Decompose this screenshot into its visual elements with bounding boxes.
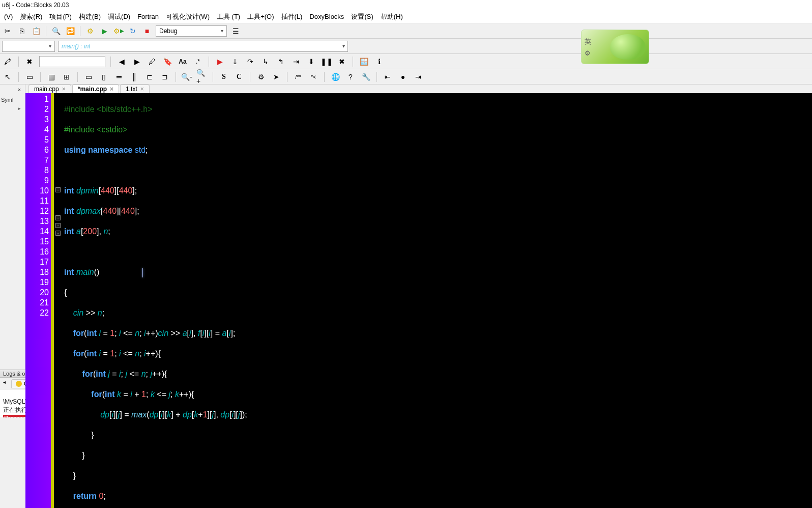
close-icon[interactable]: × [16,87,23,94]
menu-plugins[interactable]: 插件(L) [278,11,306,22]
ime-widget[interactable]: 英 ⚙ [581,30,649,64]
fold-toggle[interactable]: - [55,187,61,192]
debug-start-icon[interactable]: ▶ [214,56,225,67]
tab-main-cpp-modified[interactable]: *main.cpp × [72,84,119,93]
menu-search[interactable]: 搜索(R) [17,11,45,22]
break-debug-icon[interactable]: ❚❚ [321,56,332,67]
chevron-down-icon: ▾ [342,43,344,49]
comment-line-icon[interactable]: *< [308,71,319,82]
vbox-icon[interactable]: ▯ [98,71,109,82]
select-target-icon[interactable]: ☰ [230,25,241,37]
pointer-icon[interactable]: ↖ [2,71,13,82]
fold-toggle[interactable]: - [55,215,61,220]
s-icon[interactable]: S [218,71,229,82]
paste-icon[interactable]: 📋 [31,25,42,37]
abort-icon[interactable]: ■ [141,25,153,37]
menu-settings[interactable]: 设置(S) [348,11,376,22]
gear2-icon[interactable]: ⚙ [255,71,267,82]
grid-icon[interactable]: ▦ [46,71,57,82]
copy-icon[interactable]: ⎘ [16,25,27,37]
cut-icon[interactable]: ✂ [2,25,13,37]
comment-block-icon[interactable]: /** [293,71,304,82]
close-icon[interactable]: × [62,86,66,93]
highlight-icon[interactable]: 🖍 [2,56,13,67]
menu-doxyblocks[interactable]: DoxyBlocks [306,12,347,21]
toolbar-main: ✂ ⎘ 📋 🔍 🔁 ⚙ ▶ ⚙▶ ↻ ■ Debug ▾ ☰ [0,23,812,39]
into-instr-icon[interactable]: ⬇ [306,56,317,67]
jump-rec-icon[interactable]: ● [397,71,409,82]
jump-back-icon[interactable]: ⇤ [382,71,393,82]
code-body[interactable]: #include <bits/stdc++.h> #include <cstdi… [62,93,812,508]
frame-icon[interactable]: ▭ [24,71,35,82]
menu-debug[interactable]: 调试(D) [105,11,133,22]
title-text: u6] - Code::Blocks 20.03 [2,2,69,9]
menu-toolsplus[interactable]: 工具+(O) [244,11,277,22]
tab-main-cpp[interactable]: main.cpp × [28,84,71,93]
find-icon[interactable]: 🔍 [50,25,62,37]
prev-icon[interactable]: ◀ [116,56,127,67]
next-icon[interactable]: ▶ [131,56,142,67]
next-instr-icon[interactable]: ⇥ [291,56,302,67]
menu-fortran[interactable]: Fortran [134,12,162,21]
step-out-icon[interactable]: ↰ [275,56,286,67]
editor-tabs: main.cpp × *main.cpp × 1.txt × [25,84,812,93]
case-icon[interactable]: Aa [177,56,188,67]
debug-windows-icon[interactable]: 🪟 [358,56,369,67]
run-to-cursor-icon[interactable]: ⤓ [229,56,241,67]
rebuild-icon[interactable]: ↻ [127,25,138,37]
chevron-down-icon: ▾ [221,28,223,34]
menu-build[interactable]: 构建(B) [76,11,104,22]
line-gutter: 1234 5678 9101112 13141516 17181920 2122 [25,93,51,508]
regex-icon[interactable]: .* [192,56,204,67]
tab-1-txt[interactable]: 1.txt × [120,84,150,93]
vlayout-icon[interactable]: ║ [129,71,140,82]
run-icon[interactable]: ▶ [99,25,110,37]
gear-icon[interactable]: ⚙ [585,49,591,57]
stop-debug-icon[interactable]: ✖ [336,56,347,67]
c-icon[interactable]: C [234,71,245,82]
scope-combo[interactable]: ▾ [2,41,55,52]
close-icon[interactable]: × [110,86,113,93]
jump-fwd-icon[interactable]: ⇥ [413,71,424,82]
menu-project[interactable]: 项目(P) [46,11,74,22]
close-icon[interactable]: × [140,86,144,93]
menu-view[interactable]: (V) [1,12,16,21]
menu-wxsmith[interactable]: 可视化设计(W) [163,11,213,22]
search-input[interactable] [39,56,105,67]
fold-toggle[interactable]: - [55,231,61,236]
menubar: (V) 搜索(R) 项目(P) 构建(B) 调试(D) Fortran 可视化设… [0,10,812,23]
build-target-combo[interactable]: Debug ▾ [156,25,227,37]
highlight2-icon[interactable]: 🖊 [147,56,158,67]
tab-icon[interactable]: ⊏ [144,71,155,82]
symbols-tab-label[interactable]: Syml [0,94,25,106]
tab-label: main.cpp [34,86,59,93]
toolbar-misc: ↖ ▭ ▦ ⊞ ▭ ▯ ═ ║ ⊏ ⊐ 🔍- 🔍+ S C ⚙ ➤ /** *<… [0,69,812,84]
fold-toggle[interactable]: - [55,223,61,228]
function-combo[interactable]: main() : int ▾ [58,41,348,52]
bulb-icon [16,381,22,387]
arrow-icon[interactable]: ➤ [271,71,282,82]
globe-icon[interactable]: 🌐 [330,71,341,82]
bookmark-icon[interactable]: 🔖 [162,56,173,67]
zoom-in-icon[interactable]: 🔍+ [196,71,208,82]
step-over-icon[interactable]: ↷ [245,56,256,67]
wrench-icon[interactable]: 🔧 [360,71,371,82]
hlayout-icon[interactable]: ═ [113,71,125,82]
code-editor[interactable]: 1234 5678 9101112 13141516 17181920 2122… [25,93,812,508]
logs-scroll-left[interactable]: ◂ [3,379,10,388]
build-icon[interactable]: ⚙ [84,25,96,37]
step-into-icon[interactable]: ↳ [260,56,271,67]
zoom-out-icon[interactable]: 🔍- [181,71,192,82]
clear-icon[interactable]: ✖ [24,56,35,67]
info-icon[interactable]: ℹ [373,56,385,67]
build-run-icon[interactable]: ⚙▶ [113,25,124,37]
table-icon[interactable]: ⊞ [61,71,72,82]
chevron-right-icon[interactable]: ▸ [0,106,25,111]
menu-help[interactable]: 帮助(H) [378,11,406,22]
replace-icon[interactable]: 🔁 [65,25,76,37]
hbox-icon[interactable]: ▭ [83,71,94,82]
tab2-icon[interactable]: ⊐ [159,71,170,82]
help-icon[interactable]: ? [345,71,356,82]
toolbar-functions: ▾ main() : int ▾ [0,39,812,54]
menu-tools[interactable]: 工具 (T) [214,11,243,22]
